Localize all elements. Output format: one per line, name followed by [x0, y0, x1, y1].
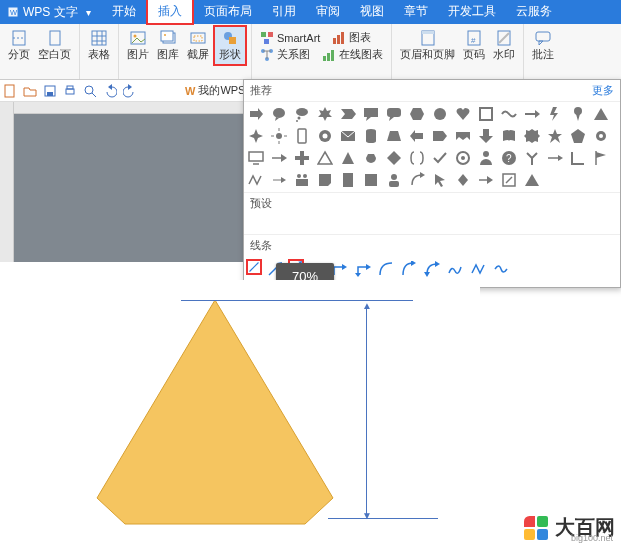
line-freeform-icon[interactable] [470, 261, 486, 277]
tab-devtools[interactable]: 开发工具 [438, 0, 506, 25]
line-curve-double-icon[interactable] [424, 261, 440, 277]
shape-square-icon[interactable] [363, 172, 379, 188]
tab-pagelayout[interactable]: 页面布局 [194, 0, 262, 25]
shapes-button[interactable]: 形状 [213, 25, 247, 66]
shape-triangle-up-icon[interactable] [340, 150, 356, 166]
shape-phone-icon[interactable] [294, 128, 310, 144]
qat-save-icon[interactable] [43, 84, 57, 98]
shape-corner-icon[interactable] [570, 150, 586, 166]
shapes-more-link[interactable]: 更多 [592, 83, 614, 98]
shape-moneybag-icon[interactable] [363, 150, 379, 166]
comment-button[interactable]: 批注 [528, 27, 558, 64]
shape-triangle2-icon[interactable] [317, 150, 333, 166]
line-elbow-arrow-icon[interactable] [332, 261, 348, 277]
table-button[interactable]: 表格 [84, 27, 114, 64]
qat-open-icon[interactable] [23, 84, 37, 98]
shape-plus-icon[interactable] [294, 150, 310, 166]
line-straight-icon[interactable] [246, 259, 262, 275]
shape-zigzag-icon[interactable] [248, 172, 264, 188]
shape-pentagon-icon[interactable] [570, 128, 586, 144]
tab-reference[interactable]: 引用 [262, 0, 306, 25]
pentagon-shape[interactable] [85, 298, 345, 528]
shape-speech-rect-icon[interactable] [363, 106, 379, 122]
qat-preview-icon[interactable] [83, 84, 97, 98]
shape-arrow-notch-icon[interactable] [340, 106, 356, 122]
shape-arrow4-icon[interactable] [478, 172, 494, 188]
shape-trapezoid-icon[interactable] [386, 128, 402, 144]
shape-monitor-icon[interactable] [248, 150, 264, 166]
shape-bolt-icon[interactable] [547, 106, 563, 122]
shape-speech-oval-icon[interactable] [271, 106, 287, 122]
shape-star5-icon[interactable] [547, 128, 563, 144]
shape-ribbon-icon[interactable] [455, 128, 471, 144]
tab-view[interactable]: 视图 [350, 0, 394, 25]
app-menu-arrow-icon[interactable]: ▾ [82, 7, 95, 18]
relation-button[interactable]: 关系图 在线图表 [256, 46, 387, 63]
shape-check-icon[interactable] [432, 150, 448, 166]
qat-print-icon[interactable] [63, 84, 77, 98]
shape-warn-icon[interactable] [524, 172, 540, 188]
shape-circle-icon[interactable] [432, 106, 448, 122]
shape-speech-cloud-icon[interactable] [294, 106, 310, 122]
pagenum-button[interactable]: # 页码 [459, 27, 489, 64]
line-curve-icon[interactable] [378, 261, 394, 277]
qat-new-icon[interactable] [3, 84, 17, 98]
shape-frame-icon[interactable] [478, 106, 494, 122]
shape-people-icon[interactable] [294, 172, 310, 188]
shape-question-icon[interactable]: ? [501, 150, 517, 166]
shape-person-icon[interactable] [478, 150, 494, 166]
shape-arrow-thin-icon[interactable] [524, 106, 540, 122]
qat-redo-icon[interactable] [123, 84, 137, 98]
headerfooter-button[interactable]: 页眉和页脚 [396, 27, 459, 64]
smartart-button[interactable]: SmartArt 图表 [256, 29, 375, 46]
screenshot-button[interactable]: 截屏 [183, 27, 213, 64]
shape-edit-icon[interactable] [501, 172, 517, 188]
line-curve-arrow-icon[interactable] [401, 261, 417, 277]
shape-diamond-icon[interactable] [386, 150, 402, 166]
shape-cylinder-icon[interactable] [363, 128, 379, 144]
shape-arrow-curve-icon[interactable] [409, 172, 425, 188]
wps-home-tab[interactable]: W 我的WPS [179, 83, 251, 98]
shape-hexagon-icon[interactable] [409, 106, 425, 122]
shape-gear-icon[interactable] [593, 128, 609, 144]
shape-flag-icon[interactable] [593, 150, 609, 166]
tab-chapter[interactable]: 章节 [394, 0, 438, 25]
tab-review[interactable]: 审阅 [306, 0, 350, 25]
watermark-button[interactable]: 水印 [489, 27, 519, 64]
qat-undo-icon[interactable] [103, 84, 117, 98]
shape-star4-icon[interactable] [248, 128, 264, 144]
shape-speech-round-icon[interactable] [386, 106, 402, 122]
shape-arrow3-icon[interactable] [271, 172, 287, 188]
gallery-button[interactable]: 图库 [153, 27, 183, 64]
tab-insert[interactable]: 插入 [146, 0, 194, 25]
blankpage-button[interactable]: 空白页 [34, 27, 75, 64]
shape-diamond2-icon[interactable] [455, 172, 471, 188]
shape-triangle-icon[interactable] [593, 106, 609, 122]
line-free-draw-icon[interactable] [493, 261, 509, 277]
shape-mail-icon[interactable] [340, 128, 356, 144]
shape-heart-icon[interactable] [455, 106, 471, 122]
line-scribble-icon[interactable] [447, 261, 463, 277]
shape-user-icon[interactable] [386, 172, 402, 188]
shape-arrow-right-icon[interactable] [248, 106, 264, 122]
paginate-button[interactable]: 分页 [4, 27, 34, 64]
tab-start[interactable]: 开始 [102, 0, 146, 25]
shape-note-icon[interactable] [317, 172, 333, 188]
shape-bracket-icon[interactable] [409, 150, 425, 166]
shape-badge-icon[interactable] [524, 128, 540, 144]
shape-cursor-icon[interactable] [432, 172, 448, 188]
line-elbow-double-icon[interactable] [355, 261, 371, 277]
shape-target-icon[interactable] [455, 150, 471, 166]
shape-sun-icon[interactable] [271, 128, 287, 144]
shape-donut-icon[interactable] [317, 128, 333, 144]
shape-doc-icon[interactable] [340, 172, 356, 188]
tab-cloud[interactable]: 云服务 [506, 0, 562, 25]
shape-burst-icon[interactable] [317, 106, 333, 122]
shape-book-icon[interactable] [501, 128, 517, 144]
shape-arrow2-icon[interactable] [271, 150, 287, 166]
shape-wave-icon[interactable] [501, 106, 517, 122]
shape-tag-icon[interactable] [432, 128, 448, 144]
shape-pin-icon[interactable] [570, 106, 586, 122]
picture-button[interactable]: 图片 [123, 27, 153, 64]
shape-arrow-split-icon[interactable] [524, 150, 540, 166]
